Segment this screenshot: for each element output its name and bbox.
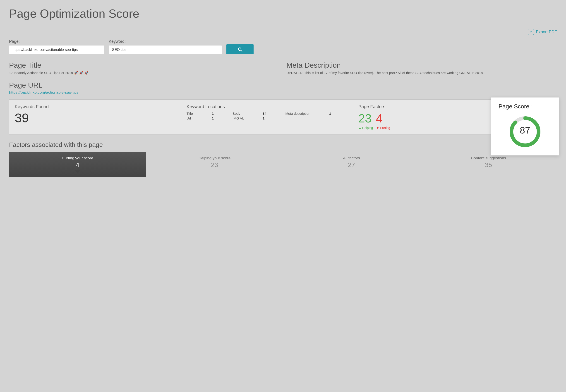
tab-all[interactable]: All factors 27: [283, 152, 420, 177]
donut-chart: 87: [507, 114, 543, 150]
tab-helping-label: Helping your score: [151, 156, 278, 160]
kl-imgalt-label: IMG Alt: [232, 116, 260, 120]
tab-hurting-label: Hurting your score: [14, 156, 141, 160]
hurting-count: 4: [376, 112, 383, 125]
meta-description-value: UPDATED! This is list of 17 of my favori…: [286, 70, 557, 76]
stats-row: Keywords Found 39 Keyword Locations Titl…: [9, 99, 557, 134]
page-title-value: 17 Insanely Actionable SEO Tips For 2018…: [9, 70, 280, 76]
kl-meta-count: 1: [329, 112, 347, 115]
helping-label: ▲ Helping: [358, 126, 373, 130]
page-input[interactable]: [9, 45, 104, 54]
page-url-link[interactable]: https://backlinko.com/actionable-seo-tip…: [9, 90, 78, 95]
page-title: Page Optimization Score: [9, 7, 557, 20]
page-label: Page:: [9, 39, 104, 44]
tab-content[interactable]: Content suggestions 35: [420, 152, 557, 177]
svg-text:87: 87: [520, 125, 530, 136]
tab-hurting-count: 4: [14, 161, 141, 169]
export-pdf-button[interactable]: Export PDF: [528, 29, 557, 35]
tab-all-count: 27: [288, 161, 415, 169]
page-score-card: Page Score i 87: [491, 97, 559, 155]
header-divider: [9, 24, 557, 24]
keywords-found-box: Keywords Found 39: [9, 99, 181, 134]
keyword-input-group: Keyword:: [109, 39, 222, 54]
tab-content-count: 35: [425, 161, 552, 169]
page-title-heading: Page Title: [9, 61, 280, 70]
kl-body-count: 34: [263, 112, 283, 115]
tab-helping-count: 23: [151, 161, 278, 169]
info-icon: i: [531, 105, 531, 108]
keywords-found-label: Keywords Found: [15, 104, 175, 109]
tabs-row: Hurting your score 4 Helping your score …: [9, 152, 557, 177]
tab-all-label: All factors: [288, 156, 415, 160]
inputs-row: Page: Keyword:: [9, 39, 557, 54]
tab-content-label: Content suggestions: [425, 156, 552, 160]
page-url-heading: Page URL: [9, 81, 557, 89]
tab-hurting[interactable]: Hurting your score 4: [9, 152, 146, 177]
keyword-locations-box: Keyword Locations Title 1 Body 34 Meta d…: [181, 99, 353, 134]
kl-url-label: Url: [186, 116, 209, 120]
factors-section: Factors associated with this page Hurtin…: [9, 141, 557, 177]
up-arrow-icon: ▲: [358, 126, 362, 130]
search-button[interactable]: [226, 44, 254, 54]
meta-row: Page Title 17 Insanely Actionable SEO Ti…: [9, 61, 557, 76]
kl-title-label: Title: [186, 112, 209, 115]
down-arrow-icon: ▼: [376, 126, 379, 130]
page-score-title: Page Score i: [498, 103, 552, 110]
kl-body-label: Body: [232, 112, 260, 115]
keyword-locations-label: Keyword Locations: [186, 104, 347, 109]
factors-section-title: Factors associated with this page: [9, 141, 557, 148]
export-row: Export PDF: [9, 29, 557, 35]
kl-url-count: 1: [212, 116, 230, 120]
meta-description-section: Meta Description UPDATED! This is list o…: [286, 61, 557, 76]
meta-description-heading: Meta Description: [286, 61, 557, 70]
keywords-found-value: 39: [15, 112, 175, 124]
tab-helping[interactable]: Helping your score 23: [146, 152, 283, 177]
kl-title-count: 1: [212, 112, 230, 115]
download-icon: [528, 29, 534, 35]
page-input-group: Page:: [9, 39, 104, 54]
page-factors-box: Page Factors 23 4 ▲ Helping ▼ Hurting Pa…: [353, 99, 557, 134]
kl-imgalt-count: 1: [263, 116, 283, 120]
search-icon: [237, 47, 243, 52]
page-title-section: Page Title 17 Insanely Actionable SEO Ti…: [9, 61, 280, 76]
tab-hurting-arrow: [75, 170, 80, 173]
score-donut: 87: [498, 114, 552, 150]
page-url-section: Page URL https://backlinko.com/actionabl…: [9, 81, 557, 95]
keyword-locations-grid: Title 1 Body 34 Meta description 1 Url 1…: [186, 112, 347, 120]
kl-meta-label: Meta description: [285, 112, 326, 115]
keyword-input[interactable]: [109, 45, 222, 54]
helping-count: 23: [358, 112, 371, 125]
hurting-label: ▼ Hurting: [376, 126, 390, 130]
keyword-label: Keyword:: [109, 39, 222, 44]
